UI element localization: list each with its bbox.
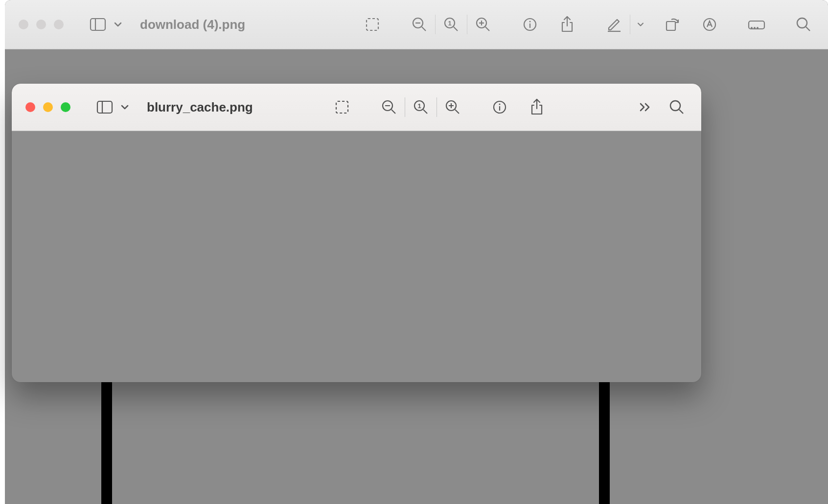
chevron-down-icon	[120, 104, 129, 110]
chevron-down-icon	[114, 22, 122, 27]
rotate-icon	[665, 17, 680, 32]
edit-pencil-icon	[606, 17, 622, 32]
zoom-in-icon	[475, 17, 491, 32]
edit-dropdown-button[interactable]	[633, 13, 648, 36]
svg-line-10	[485, 27, 489, 31]
zoom-actual-icon: 1	[413, 99, 429, 115]
selection-icon	[365, 17, 380, 32]
highlight-icon	[748, 18, 765, 31]
markup-button[interactable]	[697, 13, 722, 36]
share-button[interactable]	[554, 13, 580, 36]
chevron-double-right-icon	[639, 102, 652, 112]
info-icon	[523, 17, 537, 32]
share-icon	[560, 16, 575, 33]
svg-line-30	[391, 110, 395, 114]
svg-point-24	[797, 18, 807, 28]
chevron-down-icon	[637, 22, 644, 27]
share-button-front[interactable]	[524, 95, 550, 119]
traffic-lights-front[interactable]	[25, 102, 70, 112]
svg-point-14	[529, 21, 531, 23]
svg-point-21	[751, 27, 753, 29]
window-title-front: blurry_cache.png	[147, 100, 253, 115]
svg-rect-18	[667, 22, 675, 30]
markup-icon	[702, 17, 717, 32]
svg-rect-26	[97, 101, 112, 113]
svg-text:1: 1	[417, 102, 421, 110]
svg-line-33	[423, 110, 427, 114]
zoom-window-back[interactable]	[54, 20, 64, 29]
svg-rect-28	[336, 101, 348, 113]
svg-rect-0	[91, 19, 105, 30]
sidebar-icon	[90, 18, 106, 31]
toolbar-back: download (4).png 1	[5, 0, 828, 49]
zoom-out-button-front[interactable]	[376, 95, 402, 119]
info-icon	[492, 100, 507, 115]
zoom-actual-button-front[interactable]: 1	[408, 95, 434, 119]
svg-line-4	[422, 27, 426, 31]
zoom-out-icon	[381, 99, 397, 115]
svg-line-7	[454, 27, 458, 31]
svg-line-36	[455, 110, 459, 114]
search-icon	[796, 17, 811, 32]
svg-point-40	[499, 104, 501, 105]
sidebar-dropdown-button-front[interactable]	[117, 95, 132, 119]
zoom-window-front[interactable]	[61, 102, 70, 112]
zoom-in-button-front[interactable]	[440, 95, 465, 119]
minimize-window-front[interactable]	[43, 102, 53, 112]
zoom-actual-button[interactable]: 1	[438, 13, 464, 36]
svg-text:1: 1	[448, 20, 451, 27]
search-button[interactable]	[791, 13, 816, 36]
minimize-window-back[interactable]	[36, 20, 46, 29]
preview-window-front: blurry_cache.png 1	[12, 84, 701, 382]
sidebar-toggle-button[interactable]	[85, 13, 111, 36]
svg-point-43	[670, 101, 680, 111]
info-button-front[interactable]	[487, 95, 512, 119]
zoom-actual-icon: 1	[443, 17, 459, 32]
traffic-lights-back[interactable]	[19, 20, 64, 29]
overflow-button-front[interactable]	[633, 95, 658, 119]
sidebar-dropdown-button[interactable]	[111, 13, 125, 36]
close-window-back[interactable]	[19, 20, 28, 29]
sidebar-toggle-button-front[interactable]	[92, 95, 117, 119]
window-title-back: download (4).png	[140, 17, 245, 32]
zoom-in-icon	[445, 99, 460, 115]
selection-icon	[335, 100, 349, 115]
search-icon	[669, 99, 685, 115]
rotate-button[interactable]	[660, 13, 685, 36]
zoom-out-icon	[412, 17, 427, 32]
zoom-out-button[interactable]	[407, 13, 432, 36]
svg-line-25	[806, 27, 810, 31]
close-window-front[interactable]	[25, 102, 35, 112]
search-button-front[interactable]	[664, 95, 690, 119]
svg-point-23	[757, 27, 759, 29]
svg-rect-2	[367, 19, 378, 30]
zoom-in-button[interactable]	[470, 13, 496, 36]
sidebar-icon	[96, 100, 113, 114]
svg-point-22	[754, 27, 756, 29]
edit-button[interactable]	[601, 13, 627, 36]
svg-line-44	[679, 110, 683, 114]
info-button[interactable]	[517, 13, 543, 36]
share-icon	[529, 99, 544, 115]
toolbar-front: blurry_cache.png 1	[12, 84, 701, 131]
selection-tool-button[interactable]	[360, 13, 385, 36]
selection-tool-button-front[interactable]	[329, 95, 355, 119]
highlight-button[interactable]	[744, 13, 769, 36]
